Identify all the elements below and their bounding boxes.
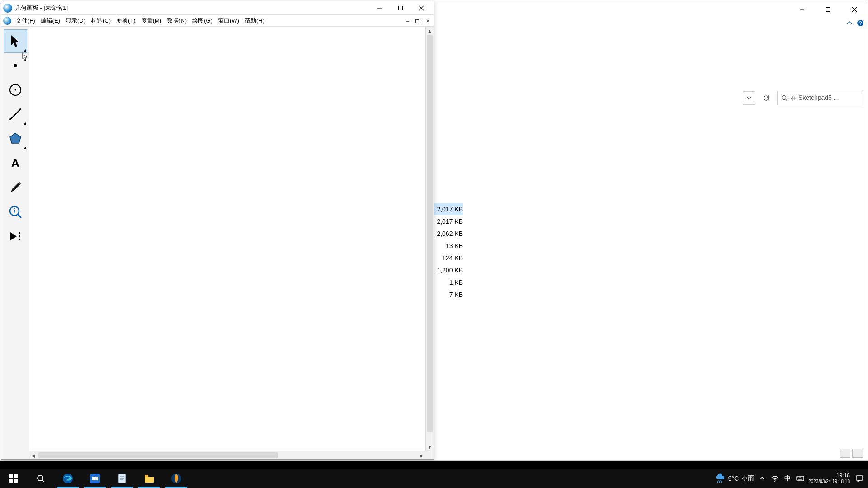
tool-selection-arrow[interactable] (4, 29, 27, 53)
tool-text[interactable]: A (4, 151, 27, 175)
svg-text:A: A (11, 156, 19, 170)
mdi-close-button[interactable]: ✕ (424, 17, 432, 24)
explorer-file-size-column: 2,017 KB 2,017 KB 2,062 KB 13 KB 124 KB … (434, 203, 463, 300)
taskbar-app-meeting[interactable] (81, 469, 108, 488)
menu-construct[interactable]: 构造(C) (88, 16, 113, 26)
svg-rect-35 (118, 474, 126, 483)
menu-display[interactable]: 显示(D) (63, 16, 88, 26)
horizontal-scrollbar[interactable]: ◀ ▶ (29, 451, 425, 459)
taskbar-search-button[interactable] (27, 469, 54, 488)
refresh-button[interactable] (759, 91, 774, 105)
vertical-scroll-thumb[interactable] (427, 35, 433, 432)
menu-bar: 文件(F) 编辑(E) 显示(D) 构造(C) 变换(T) 度量(M) 数据(N… (1, 15, 434, 27)
taskbar-weather[interactable]: 9°C 小雨 (715, 473, 755, 484)
scroll-up-arrow-icon[interactable]: ▲ (426, 27, 434, 35)
tool-marker[interactable] (4, 176, 27, 199)
close-button[interactable] (411, 2, 432, 14)
menu-number[interactable]: 数据(N) (164, 16, 189, 26)
tray-chevron-up-icon[interactable] (758, 474, 767, 483)
file-size-cell[interactable]: 2,017 KB (434, 215, 463, 227)
maximize-button[interactable] (390, 2, 411, 14)
start-button[interactable] (0, 469, 27, 488)
svg-point-24 (18, 232, 20, 234)
tool-point[interactable] (4, 54, 27, 77)
file-size-cell[interactable]: 1 KB (434, 276, 463, 288)
help-icon[interactable]: ? (857, 19, 864, 27)
file-size-cell[interactable]: 124 KB (434, 252, 463, 264)
scroll-down-arrow-icon[interactable]: ▼ (426, 443, 434, 451)
scroll-left-arrow-icon[interactable]: ◀ (29, 451, 38, 460)
taskbar-right: 9°C 小雨 中 19:18 2023/03/24 19:18:18 (715, 469, 868, 488)
ribbon-collapse-icon[interactable] (847, 20, 852, 26)
search-placeholder: 在 Sketchpad5 ... (790, 94, 839, 102)
sketchpad-titlebar[interactable]: 几何画板 - [未命名1] (1, 1, 434, 15)
svg-rect-39 (145, 475, 148, 477)
mdi-controls: – ✕ (404, 15, 432, 27)
scroll-right-arrow-icon[interactable]: ▶ (417, 451, 425, 460)
tool-information[interactable]: i (4, 200, 27, 224)
address-history-dropdown[interactable] (743, 91, 755, 105)
view-details-button[interactable] (840, 449, 850, 458)
tray-ime-indicator[interactable]: 中 (783, 474, 792, 483)
action-center-button[interactable] (854, 473, 865, 484)
svg-point-47 (799, 477, 800, 478)
tool-compass[interactable] (4, 78, 27, 102)
mdi-restore-button[interactable] (414, 17, 422, 24)
mdi-minimize-button[interactable]: – (404, 17, 412, 24)
window-title: 几何画板 - [未命名1] (15, 4, 369, 12)
tool-straightedge[interactable] (4, 103, 27, 126)
explorer-search-input[interactable]: 在 Sketchpad5 ... (777, 91, 863, 105)
svg-line-41 (717, 480, 718, 483)
flyout-indicator-icon (24, 49, 26, 52)
taskbar-app-explorer[interactable] (136, 469, 163, 488)
taskbar-app-edge[interactable] (54, 469, 81, 488)
svg-point-25 (18, 235, 20, 237)
horizontal-scroll-thumb[interactable] (38, 452, 278, 458)
menu-window[interactable]: 窗口(W) (215, 16, 242, 26)
explorer-maximize-button[interactable] (815, 0, 841, 19)
sketchpad-window: 几何画板 - [未命名1] 文件(F) 编辑(E) 显示(D) 构造(C) 变换… (1, 1, 434, 460)
explorer-view-buttons (840, 449, 863, 458)
tray-wifi-icon[interactable] (770, 474, 779, 483)
svg-point-49 (802, 477, 802, 478)
taskbar: 9°C 小雨 中 19:18 2023/03/24 19:18:18 (0, 469, 868, 488)
vertical-scrollbar[interactable]: ▲ ▼ (425, 27, 434, 451)
explorer-address-toolbar: 在 Sketchpad5 ... (743, 90, 863, 106)
svg-line-42 (719, 480, 720, 483)
taskbar-app-sketchpad[interactable] (163, 469, 190, 488)
explorer-close-button[interactable] (841, 0, 868, 19)
svg-text:i: i (14, 207, 16, 215)
file-size-cell[interactable]: 2,062 KB (434, 227, 463, 239)
svg-rect-1 (826, 8, 830, 12)
svg-rect-29 (9, 479, 13, 483)
menu-help[interactable]: 帮助(H) (242, 16, 267, 26)
search-icon (781, 95, 788, 101)
svg-rect-45 (797, 476, 804, 481)
file-size-cell[interactable]: 13 KB (434, 239, 463, 252)
file-size-cell[interactable]: 2,017 KB (434, 203, 463, 215)
clock-date-full: 2023/03/24 19:18:18 (808, 479, 850, 484)
canvas-area[interactable]: ▲ ▼ ◀ ▶ (29, 27, 434, 459)
tool-polygon[interactable] (4, 127, 27, 150)
document-icon[interactable] (3, 17, 11, 25)
explorer-minimize-button[interactable] (789, 0, 815, 19)
menu-edit[interactable]: 编辑(E) (38, 16, 63, 26)
menu-measure[interactable]: 度量(M) (138, 16, 165, 26)
file-size-cell[interactable]: 7 KB (434, 288, 463, 300)
scroll-corner (425, 451, 434, 459)
menu-graph[interactable]: 绘图(G) (189, 16, 215, 26)
svg-point-26 (18, 239, 20, 240)
view-large-icons-button[interactable] (852, 449, 863, 458)
taskbar-clock[interactable]: 19:18 2023/03/24 19:18:18 (808, 473, 850, 484)
tray-ime-keyboard-icon[interactable] (796, 474, 805, 483)
minimize-button[interactable] (369, 2, 390, 14)
taskbar-app-notepad[interactable] (108, 469, 136, 488)
flyout-indicator-icon (24, 122, 26, 125)
menu-file[interactable]: 文件(F) (13, 16, 38, 26)
tool-custom-tools[interactable] (4, 225, 27, 248)
svg-point-18 (9, 118, 11, 120)
sketchpad-app-icon (3, 4, 12, 13)
menu-transform[interactable]: 变换(T) (113, 16, 138, 26)
file-size-cell[interactable]: 1,200 KB (434, 264, 463, 276)
svg-line-7 (786, 99, 788, 101)
